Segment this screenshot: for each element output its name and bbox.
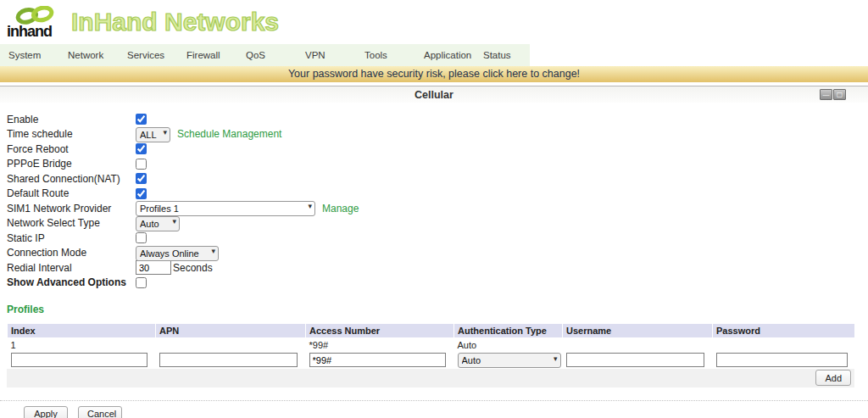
time-schedule-label: Time schedule (7, 128, 136, 140)
new-auth-type-select[interactable]: Auto (458, 353, 561, 368)
connection-mode-select[interactable]: Always Online (136, 246, 219, 261)
show-advanced-label: Show Advanced Options (7, 276, 136, 288)
cell-access-number: *99# (306, 338, 454, 352)
sim1-provider-select-wrap: Profiles 1 ▾ (136, 200, 315, 216)
nav-item-status[interactable]: Status (483, 50, 530, 60)
form-actions: Apply Cancel (24, 406, 868, 418)
time-schedule-select-wrap: ALL ▾ (136, 126, 170, 142)
network-select-type-select-wrap: Auto ▾ (136, 215, 180, 231)
force-reboot-label: Force Reboot (7, 143, 136, 155)
new-apn-input[interactable] (159, 353, 298, 367)
profiles-heading: Profiles (7, 304, 868, 315)
new-password-input[interactable] (716, 353, 848, 367)
connection-mode-label: Connection Mode (7, 247, 136, 259)
nav-strip: System Network Services Firewall QoS VPN… (0, 44, 530, 66)
form-row-default-route: Default Route (0, 187, 868, 202)
main-nav: System Network Services Firewall QoS VPN… (0, 44, 868, 66)
schedule-management-link[interactable]: Schedule Management (177, 128, 281, 140)
form-row-sim1-provider: SIM1 Network Provider Profiles 1 ▾ Manag… (0, 201, 868, 216)
infinity-logo-icon (14, 6, 56, 25)
network-select-type-label: Network Select Type (7, 217, 136, 229)
maximize-button[interactable]: ▢ (833, 89, 846, 100)
connection-mode-select-wrap: Always Online ▾ (136, 245, 219, 261)
new-access-number-input[interactable] (309, 353, 447, 367)
col-header-access-number: Access Number (306, 324, 454, 338)
col-header-index: Index (8, 324, 156, 338)
form-row-static-ip: Static IP (0, 231, 868, 246)
logo-text: inhand (7, 25, 52, 38)
form-row-enable: Enable (0, 112, 868, 127)
nav-item-firewall[interactable]: Firewall (186, 50, 246, 60)
manage-link[interactable]: Manage (322, 203, 359, 215)
static-ip-label: Static IP (7, 232, 136, 244)
force-reboot-checkbox[interactable] (136, 143, 147, 154)
pppoe-bridge-label: PPPoE Bridge (7, 158, 136, 170)
time-schedule-select[interactable]: ALL (136, 127, 170, 142)
new-username-input[interactable] (566, 353, 705, 367)
static-ip-checkbox[interactable] (136, 232, 147, 243)
form-row-time-schedule: Time schedule ALL ▾ Schedule Management (0, 127, 868, 142)
nav-item-system[interactable]: System (8, 50, 68, 60)
show-advanced-checkbox[interactable] (136, 277, 147, 288)
col-header-username: Username (563, 324, 713, 338)
redial-interval-input[interactable] (136, 260, 171, 275)
add-button[interactable]: Add (815, 370, 851, 386)
network-select-type-select[interactable]: Auto (136, 216, 180, 231)
sim1-provider-label: SIM1 Network Provider (7, 203, 136, 215)
nav-item-application[interactable]: Application (424, 50, 483, 60)
redial-interval-label: Redial Interval (7, 262, 136, 274)
enable-label: Enable (7, 114, 136, 125)
table-row: 1 *99# Auto (8, 338, 855, 352)
cell-apn (156, 338, 306, 352)
nav-item-network[interactable]: Network (68, 50, 127, 60)
nav-item-services[interactable]: Services (127, 50, 186, 60)
brand-wordmark: InHand Networks (71, 8, 279, 36)
table-header-row: Index APN Access Number Authentication T… (8, 324, 855, 338)
nav-item-tools[interactable]: Tools (364, 50, 424, 60)
form-row-network-select-type: Network Select Type Auto ▾ (0, 216, 868, 231)
col-header-apn: APN (156, 324, 306, 338)
nav-item-vpn[interactable]: VPN (305, 50, 364, 60)
minimize-icon: — (823, 91, 830, 98)
form-row-force-reboot: Force Reboot (0, 142, 868, 157)
default-route-label: Default Route (7, 187, 136, 199)
sim1-provider-select[interactable]: Profiles 1 (136, 201, 315, 216)
enable-checkbox[interactable] (136, 114, 147, 125)
table-input-row: Auto ▾ (8, 352, 855, 369)
minimize-button[interactable]: — (820, 89, 832, 100)
app-header: inhand InHand Networks (0, 0, 868, 44)
redial-interval-unit: Seconds (173, 262, 213, 274)
form-row-show-advanced: Show Advanced Options (0, 276, 868, 291)
page-titlebar: Cellular — ▢ (0, 86, 868, 103)
cell-index: 1 (8, 338, 156, 352)
password-warning-banner: Your password have security risk, please… (0, 66, 868, 82)
pppoe-bridge-checkbox[interactable] (136, 159, 147, 170)
nav-item-qos[interactable]: QoS (246, 50, 305, 60)
cellular-form: Enable Time schedule ALL ▾ Schedule Mana… (0, 103, 868, 418)
new-auth-type-select-wrap: Auto ▾ (458, 353, 561, 368)
page-title: Cellular (415, 89, 453, 101)
maximize-icon: ▢ (837, 91, 843, 98)
new-index-input[interactable] (11, 353, 148, 367)
profiles-table: Index APN Access Number Authentication T… (7, 323, 855, 369)
default-route-checkbox[interactable] (136, 188, 147, 199)
cancel-button[interactable]: Cancel (78, 406, 122, 418)
shared-connection-checkbox[interactable] (136, 173, 147, 184)
table-footer: Add (7, 369, 854, 387)
form-row-connection-mode: Connection Mode Always Online ▾ (0, 246, 868, 261)
form-row-shared-connection: Shared Connection(NAT) (0, 171, 868, 187)
shared-connection-label: Shared Connection(NAT) (7, 173, 136, 185)
form-row-redial-interval: Redial Interval Seconds (0, 260, 868, 276)
password-warning-link[interactable]: Your password have security risk, please… (288, 68, 580, 80)
inhand-logo: inhand (7, 6, 63, 38)
cell-username (563, 338, 713, 352)
cell-password (713, 338, 855, 352)
separator (0, 400, 868, 401)
col-header-password: Password (713, 324, 855, 338)
cell-auth-type: Auto (454, 338, 563, 352)
window-buttons: — ▢ (820, 89, 846, 100)
apply-button[interactable]: Apply (24, 406, 68, 418)
form-row-pppoe-bridge: PPPoE Bridge (0, 157, 868, 172)
col-header-auth-type: Authentication Type (454, 324, 563, 338)
